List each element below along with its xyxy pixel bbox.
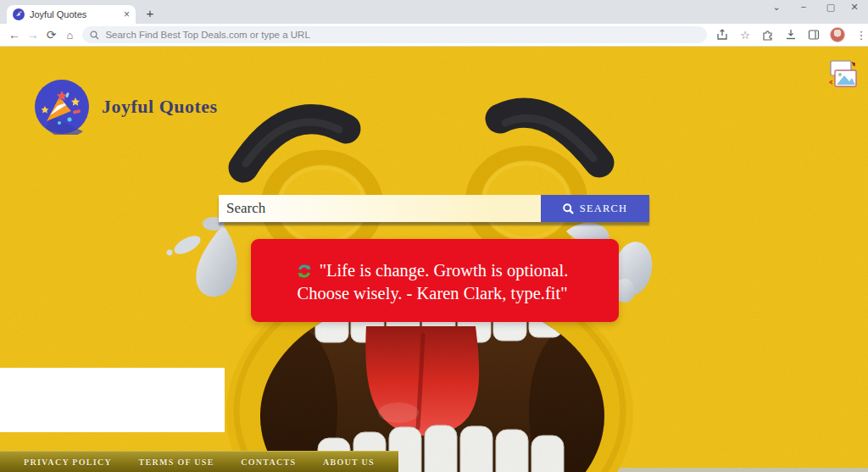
- footer-link-privacy-policy[interactable]: PRIVACY POLICY: [24, 458, 112, 467]
- site-search-bar: SEARCH: [219, 195, 649, 222]
- minimize-button[interactable]: −: [797, 2, 810, 12]
- refresh-quote-icon[interactable]: [297, 264, 312, 279]
- quote-line-1: "Life is change. Growth is optional.: [261, 259, 604, 282]
- tab-search-icon[interactable]: ⌄: [770, 2, 783, 13]
- footer-link-terms-of-use[interactable]: TERMS OF USE: [139, 458, 214, 467]
- page-title: Joyful Quotes: [102, 96, 218, 118]
- back-button[interactable]: ←: [5, 29, 24, 41]
- change-background-icon[interactable]: [824, 58, 858, 92]
- tab-favicon: [13, 8, 25, 20]
- magnifier-icon: [563, 203, 574, 214]
- search-button-label: SEARCH: [580, 203, 628, 215]
- omnibox-search-icon: [90, 31, 99, 40]
- new-tab-button[interactable]: +: [142, 6, 158, 21]
- page-content: Joyful Quotes SEARCH: [0, 47, 868, 472]
- downloads-icon[interactable]: [784, 28, 798, 42]
- quote-line-2: Choose wisely. - Karen Clark, type.fit": [261, 282, 604, 305]
- side-panel-icon[interactable]: [807, 28, 821, 42]
- site-search-input[interactable]: [219, 195, 541, 222]
- address-bar[interactable]: [82, 26, 707, 43]
- maximize-button[interactable]: ▢: [824, 2, 837, 13]
- home-button[interactable]: ⌂: [61, 30, 80, 41]
- toolbar-right-icons: ☆ ⋮: [715, 27, 868, 42]
- tab-strip: Joyful Quotes × + ⌄ − ▢ ✕: [0, 0, 868, 24]
- bookmark-star-icon[interactable]: ☆: [738, 28, 752, 42]
- share-icon[interactable]: [715, 28, 729, 42]
- footer-link-about-us[interactable]: ABOUT US: [323, 458, 375, 467]
- tab-title: Joyful Quotes: [30, 9, 119, 19]
- quote-box: "Life is change. Growth is optional. Cho…: [251, 239, 619, 322]
- browser-window: Joyful Quotes × + ⌄ − ▢ ✕ ← → ⟳ ⌂ ☆: [0, 0, 868, 472]
- brand: Joyful Quotes: [34, 79, 218, 135]
- site-search-button[interactable]: SEARCH: [541, 195, 649, 222]
- forward-button[interactable]: →: [24, 29, 42, 41]
- tab-close-icon[interactable]: ×: [124, 9, 130, 19]
- footer-nav: PRIVACY POLICY TERMS OF USE CONTACTS ABO…: [0, 451, 398, 472]
- profile-avatar[interactable]: [830, 27, 845, 42]
- browser-toolbar: ← → ⟳ ⌂ ☆ ⋮: [0, 24, 868, 47]
- extensions-icon[interactable]: [761, 28, 775, 42]
- reload-button[interactable]: ⟳: [42, 29, 61, 41]
- address-input[interactable]: [99, 26, 707, 43]
- browser-menu-icon[interactable]: ⋮: [854, 28, 868, 42]
- brand-logo[interactable]: [34, 79, 90, 135]
- browser-tab[interactable]: Joyful Quotes ×: [7, 5, 136, 24]
- ad-placeholder: [0, 368, 225, 432]
- window-close-button[interactable]: ✕: [848, 2, 861, 13]
- footer-link-contacts[interactable]: CONTACTS: [241, 458, 296, 467]
